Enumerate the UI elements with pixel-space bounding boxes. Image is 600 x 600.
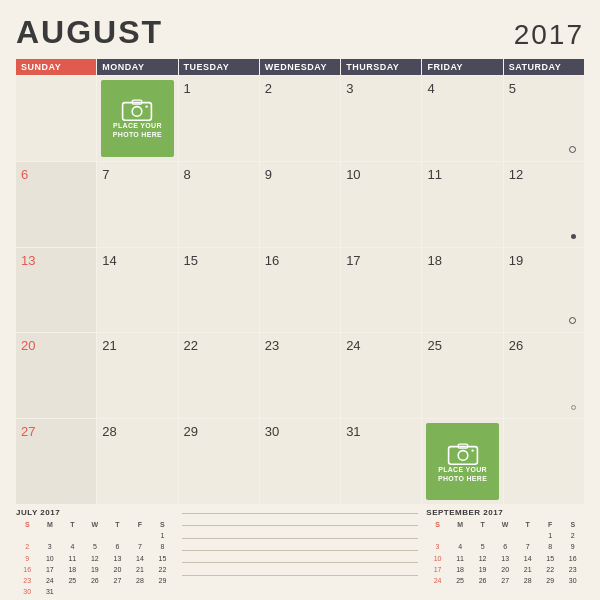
mini-july-grid: S M T W T F S 1 2 3 4 5 6 7 8 (16, 519, 174, 597)
cell-aug-15: 15 (179, 248, 259, 333)
cell-aug-16: 16 (260, 248, 340, 333)
day-header-friday: FRIDAY (422, 59, 502, 75)
day-header-tuesday: TUESdAY (179, 59, 259, 75)
cell-aug-8: 8 (179, 162, 259, 247)
svg-rect-4 (448, 446, 477, 464)
cell-aug-9: 9 (260, 162, 340, 247)
cell-aug-31: 31 (341, 419, 421, 504)
cell-aug-19: 19 (504, 248, 584, 333)
mini-sep-grid: S M T W T F S 1 2 3 4 5 6 7 8 9 (426, 519, 584, 586)
mini-sep-title: SEPTEMBER 2017 (426, 508, 584, 517)
cell-empty-last (504, 419, 584, 504)
svg-point-1 (133, 107, 143, 117)
day-header-sunday: SUNDAY (16, 59, 96, 75)
mini-calendar-september: SEPTEMBER 2017 S M T W T F S 1 2 3 4 5 6 (426, 508, 584, 590)
cell-aug-4: 4 (422, 76, 502, 161)
cell-photo-top: PLACE YOURPHOTO HERE (97, 76, 177, 161)
svg-rect-0 (123, 103, 152, 121)
cell-aug-26: 26 (504, 333, 584, 418)
cell-aug-11: 11 (422, 162, 502, 247)
cell-aug-3: 3 (341, 76, 421, 161)
mini-calendar-july: JULY 2017 S M T W T F S 1 2 3 4 5 6 (16, 508, 174, 590)
photo-placeholder-bottom: PLACE YOURPHOTO HERE (426, 423, 498, 500)
note-line-1 (182, 513, 419, 514)
day-header-wednesday: WEDNESDAY (260, 59, 340, 75)
cell-aug-6: 6 (16, 162, 96, 247)
day-header-thursday: THURSDAY (341, 59, 421, 75)
photo-text-bottom: PLACE YOURPHOTO HERE (438, 465, 487, 483)
cell-empty-1 (16, 76, 96, 161)
camera-icon-bottom (447, 441, 479, 465)
cell-aug-28: 28 (97, 419, 177, 504)
cell-aug-23: 23 (260, 333, 340, 418)
cell-aug-5: 5 (504, 76, 584, 161)
notes-lines-section (182, 508, 419, 590)
cell-aug-14: 14 (97, 248, 177, 333)
cell-aug-30: 30 (260, 419, 340, 504)
year-title: 2017 (514, 19, 584, 51)
cell-aug-13: 13 (16, 248, 96, 333)
cell-aug-10: 10 (341, 162, 421, 247)
svg-point-7 (471, 449, 473, 451)
bottom-section: JULY 2017 S M T W T F S 1 2 3 4 5 6 (16, 508, 584, 590)
cell-aug-25: 25 (422, 333, 502, 418)
note-line-4 (182, 550, 419, 551)
cell-aug-21: 21 (97, 333, 177, 418)
cell-aug-18: 18 (422, 248, 502, 333)
cell-aug-12: 12 (504, 162, 584, 247)
cell-aug-2: 2 (260, 76, 340, 161)
note-line-3 (182, 538, 419, 539)
photo-text-top: PLACE YOURPHOTO HERE (113, 121, 162, 139)
camera-icon-top (121, 97, 153, 121)
cell-aug-1: 1 (179, 76, 259, 161)
day-header-monday: MONDAY (97, 59, 177, 75)
calendar-header: AUGUST 2017 (16, 14, 584, 51)
mini-july-title: JULY 2017 (16, 508, 174, 517)
svg-point-5 (458, 450, 468, 460)
dot-26 (571, 405, 576, 410)
photo-placeholder-top: PLACE YOURPHOTO HERE (101, 80, 173, 157)
month-title: AUGUST (16, 14, 163, 51)
cell-aug-7: 7 (97, 162, 177, 247)
day-headers-row: SUNDAY MONDAY TUESdAY WEDNESDAY THURSDAY… (16, 59, 584, 75)
cell-aug-24: 24 (341, 333, 421, 418)
note-line-6 (182, 575, 419, 576)
calendar-container: AUGUST 2017 SUNDAY MONDAY TUESdAY WEDNES… (0, 0, 600, 600)
day-header-saturday: SATURDAY (504, 59, 584, 75)
note-line-2 (182, 525, 419, 526)
cell-aug-22: 22 (179, 333, 259, 418)
calendar-grid: PLACE YOURPHOTO HERE 1 2 3 4 5 6 7 8 9 1… (16, 76, 584, 504)
cell-aug-20: 20 (16, 333, 96, 418)
cell-aug-29: 29 (179, 419, 259, 504)
cell-photo-bottom: PLACE YOURPHOTO HERE (422, 419, 502, 504)
svg-point-3 (146, 106, 148, 108)
note-line-5 (182, 562, 419, 563)
cell-aug-27: 27 (16, 419, 96, 504)
cell-aug-17: 17 (341, 248, 421, 333)
